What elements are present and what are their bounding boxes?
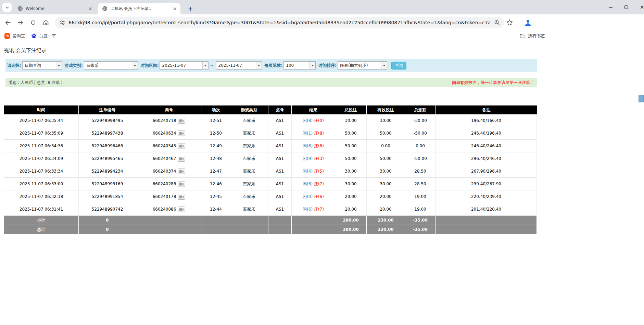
replay-video-button[interactable]	[178, 181, 185, 187]
back-button[interactable]	[2, 17, 14, 28]
all-bookmarks-button[interactable]: 所有书签	[517, 32, 547, 40]
cell-round-number: 660240634	[136, 127, 202, 140]
total-row-empty	[292, 225, 335, 234]
column-header: 时间	[4, 105, 79, 114]
cell-remark: 239.40/267.90	[436, 178, 537, 190]
minimize-button[interactable]	[603, 0, 618, 14]
cell-payout: -50.00	[405, 127, 436, 140]
cell-session: 12-47	[202, 165, 230, 178]
bookmark-taobao[interactable]: 淘 爱淘宝	[2, 32, 28, 40]
cell-total-bet[interactable]: 50.00	[335, 127, 367, 140]
forward-button[interactable]	[15, 17, 26, 28]
result-banker: 庄(6)	[314, 143, 324, 148]
scrollbar-thumb[interactable]	[639, 95, 644, 102]
result-player: 闲(1)	[303, 131, 313, 136]
cell-result: 闲(4) 庄(5)	[292, 165, 335, 178]
replay-video-button[interactable]	[178, 143, 185, 149]
subtotal-row-empty	[230, 216, 268, 225]
tab-search-button[interactable]	[2, 3, 12, 12]
column-header: 场次	[202, 105, 230, 114]
site-info-icon[interactable]	[60, 20, 65, 25]
cell-total-bet[interactable]: 50.00	[335, 140, 367, 152]
page-size-select[interactable]: 100	[283, 61, 316, 70]
cell-total-bet[interactable]: 50.00	[335, 152, 367, 165]
minimize-icon	[609, 7, 613, 8]
url-bar[interactable]: 66cxkj98.com/ipl/portal.php/game/betreco…	[55, 17, 504, 28]
cell-total-bet[interactable]: 20.00	[335, 190, 367, 203]
sort-order-select[interactable]: 降幂(由大到小)	[338, 61, 387, 70]
cell-remark: 201.40/220.40	[436, 203, 537, 216]
bet-records-table: 时间注单编号局号场次游戏类别桌号结果总投注有效投注总派彩备注 2025-11-0…	[4, 105, 537, 234]
game-type-select[interactable]: 百家乐	[84, 61, 138, 70]
cell-bet-number: 522948998495	[79, 114, 136, 127]
date-from-select[interactable]: 2025-11-07	[160, 61, 209, 70]
cell-bet-number: 522948990742	[79, 203, 136, 216]
cell-payout: -50.00	[405, 152, 436, 165]
cell-table-number: AS1	[268, 190, 292, 203]
total-row-total_bet: 280.00	[335, 225, 367, 234]
home-button[interactable]	[40, 17, 52, 28]
total-row-label: 总计	[4, 225, 79, 234]
subtotal-row-total_bet: 280.00	[335, 216, 367, 225]
bookmark-star-icon[interactable]	[506, 19, 513, 27]
table-body: 2025-11-07 06:35:44522948998495660240718…	[4, 114, 537, 216]
cell-total-bet[interactable]: 30.00	[335, 114, 367, 127]
result-banker: 庄(5)	[314, 169, 324, 174]
maximize-button[interactable]	[618, 0, 634, 14]
cell-total-bet[interactable]: 30.00	[335, 178, 367, 190]
bookmark-baidu[interactable]: 百度一下	[29, 32, 59, 40]
zoom-icon[interactable]	[494, 20, 500, 27]
result-banker: 庄(7)	[314, 207, 324, 212]
result-player: 闲(4)	[303, 169, 313, 174]
taobao-icon: 淘	[4, 33, 10, 39]
globe-icon	[17, 6, 23, 11]
range-separator: ~	[210, 63, 213, 68]
query-type-select[interactable]: 日期查询	[22, 61, 62, 70]
total-row-valid_bet: 230.00	[367, 225, 405, 234]
subtotal-row-label: 小计	[4, 216, 79, 225]
replay-video-button[interactable]	[178, 156, 185, 162]
profile-avatar-icon[interactable]	[524, 18, 532, 28]
column-header: 桌号	[268, 105, 292, 114]
total-row-empty	[202, 225, 230, 234]
cell-time: 2025-11-07 06:34:09	[4, 152, 79, 165]
cell-total-bet[interactable]: 30.00	[335, 165, 367, 178]
tab-welcome[interactable]: Welcome ×	[14, 3, 96, 14]
replay-video-button[interactable]	[178, 168, 185, 174]
cell-time: 2025-11-07 06:34:36	[4, 140, 79, 152]
replay-video-button[interactable]	[178, 207, 185, 212]
cell-session: 12-50	[202, 127, 230, 140]
replay-video-button[interactable]	[178, 130, 185, 136]
tab-bet-records[interactable]: :::视讯 会员下注纪录::: ×	[98, 3, 180, 14]
cell-session: 12-45	[202, 190, 230, 203]
cell-game-type: 百家乐	[230, 203, 268, 216]
cell-round-number: 660240545	[136, 140, 202, 152]
close-tab-icon[interactable]: ×	[172, 6, 178, 12]
subtotal-row-empty	[268, 216, 292, 225]
chevron-down-icon	[5, 5, 9, 10]
replay-video-button[interactable]	[178, 194, 185, 200]
cell-table-number: AS1	[268, 140, 292, 152]
currency-summary-text: 币别 : 人民币 | 总共 :8 注单 |	[8, 80, 63, 86]
result-player: 闲(6)	[303, 182, 313, 186]
cell-table-number: AS1	[268, 114, 292, 127]
home-icon	[42, 19, 49, 26]
search-button[interactable]: 查询	[391, 62, 406, 70]
total-row-count: 8	[79, 225, 136, 234]
baidu-icon	[31, 33, 37, 39]
new-tab-button[interactable]: +	[186, 4, 195, 13]
subtotal-row-empty	[136, 216, 202, 225]
close-tab-icon[interactable]: ×	[87, 6, 93, 12]
column-header: 注单编号	[79, 105, 136, 114]
close-window-button[interactable]: ×	[634, 0, 644, 14]
cell-remark: 296.40/246.40	[436, 152, 537, 165]
reload-button[interactable]	[27, 17, 39, 28]
round-number: 660240718	[153, 118, 176, 123]
cell-game-type: 百家乐	[230, 165, 268, 178]
date-to-select[interactable]: 2025-11-07	[216, 61, 262, 70]
cell-bet-number: 522948993169	[79, 178, 136, 190]
column-header: 局号	[136, 105, 202, 114]
cell-bet-number: 522948997438	[79, 127, 136, 140]
replay-video-button[interactable]	[178, 118, 185, 124]
cell-total-bet[interactable]: 20.00	[335, 203, 367, 216]
